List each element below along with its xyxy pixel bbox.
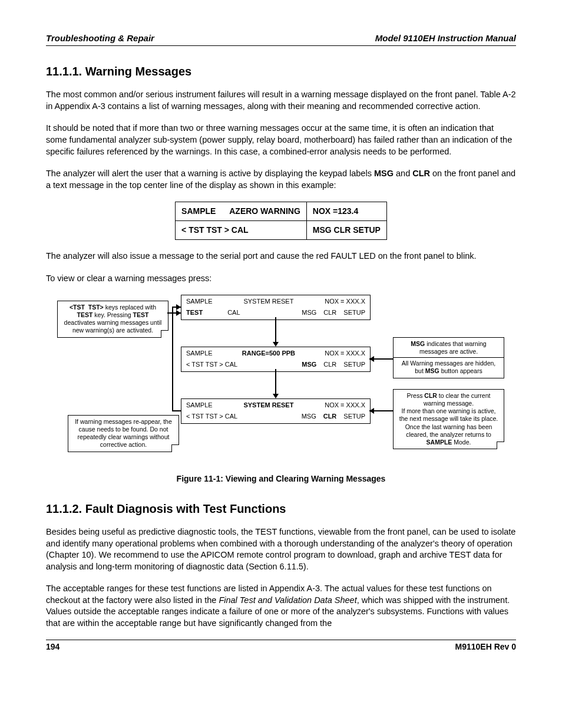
page-number: 194 [46, 641, 59, 653]
paragraph: It should be noted that if more than two… [46, 123, 516, 157]
display-cell: NOX =123.4 [306, 202, 386, 221]
running-footer: 194 M9110EH Rev 0 [46, 640, 516, 653]
arrowhead-icon [176, 310, 181, 316]
flow-note-test-key: <TST TST> keys replaced with TEST key. P… [57, 301, 168, 338]
flow-panel-1: SAMPLESYSTEM RESETNOX = XXX.X TESTCALMSG… [181, 295, 371, 320]
warning-flowchart: <TST TST> keys replaced with TEST key. P… [57, 295, 505, 463]
running-header: Troubleshooting & Repair Model 9110EH In… [46, 32, 516, 46]
display-cell: < TST TST > CAL [176, 221, 307, 240]
arrowhead-icon [273, 342, 279, 347]
flow-arrow [275, 369, 276, 397]
arrowhead-icon [369, 356, 374, 362]
flow-note-reappear: If warning messages re-appear, the cause… [68, 415, 179, 452]
doc-revision: M9110EH Rev 0 [455, 641, 516, 653]
paragraph: The analyzer will alert the user that a … [46, 168, 516, 191]
display-cell: MSG CLR SETUP [306, 221, 386, 240]
flow-panel-3: SAMPLESYSTEM RESETNOX = XXX.X < TST TST … [181, 398, 371, 424]
flow-arrow [275, 317, 276, 345]
arrowhead-icon [273, 394, 279, 398]
flow-panel-2: SAMPLERANGE=500 PPBNOX = XXX.X < TST TST… [181, 347, 371, 372]
arrowhead-icon [369, 408, 374, 414]
paragraph: Besides being useful as predictive diagn… [46, 526, 516, 572]
figure-caption: Figure 11-1: Viewing and Clearing Warnin… [46, 473, 516, 485]
arrowhead-icon [176, 304, 181, 310]
front-panel-display-example: SAMPLE AZERO WARNING NOX =123.4 < TST TS… [175, 202, 387, 240]
flow-note-msg: MSG indicates that warning messages are … [393, 337, 504, 378]
section-11-1-1-heading: 11.1.1. Warning Messages [46, 64, 516, 80]
flow-arrow [172, 307, 173, 411]
paragraph: The analyzer will also issue a message t… [46, 251, 516, 262]
paragraph: The acceptable ranges for these test fun… [46, 583, 516, 629]
display-cell: SAMPLE AZERO WARNING [176, 202, 307, 221]
section-11-1-2-heading: 11.1.2. Fault Diagnosis with Test Functi… [46, 501, 516, 517]
flow-arrow [172, 410, 181, 411]
flow-note-clr: Press CLR to clear the current warning m… [393, 389, 504, 449]
header-left: Troubleshooting & Repair [46, 32, 154, 44]
paragraph: The most common and/or serious instrumen… [46, 89, 516, 112]
header-right: Model 9110EH Instruction Manual [375, 32, 516, 44]
paragraph: To view or clear a warning messages pres… [46, 273, 516, 285]
